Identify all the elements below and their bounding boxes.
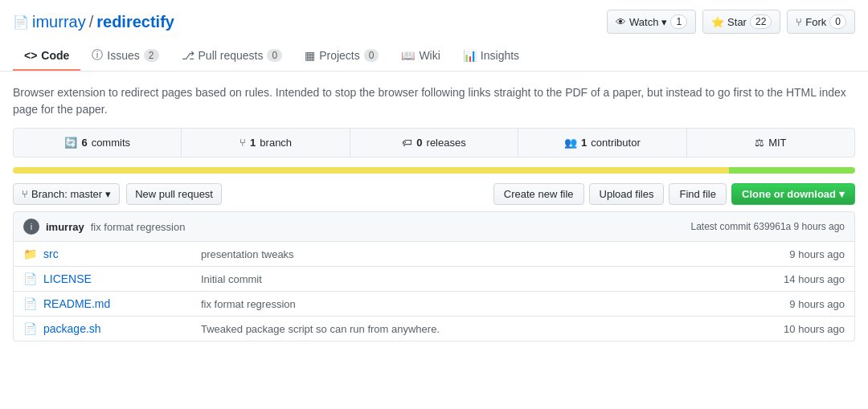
commits-icon: 🔄	[64, 137, 77, 149]
commit-message-link[interactable]: fix format regression	[91, 221, 186, 233]
new-pr-label: New pull request	[135, 188, 213, 200]
tab-insights-label: Insights	[481, 49, 519, 62]
fork-button[interactable]: ⑂ Fork 0	[787, 10, 855, 34]
new-pr-button[interactable]: New pull request	[126, 183, 222, 205]
projects-icon: ▦	[305, 49, 315, 62]
file-list: 📁 src presentation tweaks 9 hours ago 📄 …	[13, 242, 855, 342]
releases-icon: 🏷	[402, 137, 412, 149]
pr-icon: ⎇	[182, 49, 194, 62]
star-label: Star	[727, 16, 747, 28]
find-file-label: Find file	[679, 188, 716, 200]
commit-row-left: i imurray fix format regression	[23, 219, 185, 235]
create-file-label: Create new file	[504, 188, 574, 200]
wiki-icon: 📖	[401, 49, 415, 62]
branch-label: Branch: master	[31, 188, 102, 200]
watch-button[interactable]: 👁 Watch ▾ 1	[607, 10, 696, 34]
repo-title: 📄 imurray / redirectify	[13, 13, 174, 31]
watch-label: Watch	[629, 16, 658, 28]
commits-stat[interactable]: 🔄 6 commits	[14, 129, 182, 157]
commits-label: commits	[92, 137, 130, 149]
repo-owner-link[interactable]: imurray	[32, 13, 86, 31]
repo-name-link[interactable]: redirectify	[96, 13, 174, 31]
table-row: 📄 package.sh Tweaked package script so c…	[14, 317, 854, 341]
file-commit-msg: presentation tweaks	[188, 248, 748, 260]
js-lang-bar	[13, 167, 729, 174]
branches-stat[interactable]: ⑂ 1 branch	[182, 129, 350, 157]
stats-bar: 🔄 6 commits ⑂ 1 branch 🏷 0 releases 👥 1 …	[13, 128, 855, 157]
find-file-button[interactable]: Find file	[669, 183, 727, 205]
file-link[interactable]: LICENSE	[43, 272, 92, 285]
license-stat[interactable]: ⚖ MIT	[687, 129, 854, 157]
commit-time: 9 hours ago	[794, 221, 845, 232]
file-toolbar: ⑂ Branch: master ▾ New pull request Crea…	[13, 183, 855, 205]
tab-wiki[interactable]: 📖 Wiki	[390, 42, 451, 71]
releases-stat[interactable]: 🏷 0 releases	[350, 129, 518, 157]
upload-files-button[interactable]: Upload files	[589, 183, 665, 205]
table-row: 📄 README.md fix format regression 9 hour…	[14, 292, 854, 317]
releases-count: 0	[416, 137, 422, 149]
file-icon: 📄	[23, 322, 37, 335]
issues-icon: ⓘ	[92, 48, 103, 63]
branches-icon: ⑂	[240, 137, 246, 149]
table-row: 📁 src presentation tweaks 9 hours ago	[14, 242, 854, 267]
tab-issues[interactable]: ⓘ Issues 2	[80, 42, 170, 71]
upload-files-label: Upload files	[600, 188, 654, 200]
file-link[interactable]: package.sh	[43, 322, 101, 335]
license-icon: ⚖	[755, 137, 764, 149]
repo-icon: 📄	[13, 14, 29, 30]
projects-badge: 0	[364, 49, 379, 62]
star-count: 22	[750, 14, 772, 29]
releases-label: releases	[427, 137, 466, 149]
fork-label: Fork	[805, 16, 826, 28]
file-toolbar-right: Create new file Upload files Find file C…	[493, 183, 855, 205]
tab-issues-label: Issues	[107, 49, 139, 62]
star-button[interactable]: ⭐ Star 22	[702, 10, 780, 34]
chevron-down-icon-clone: ▾	[839, 188, 845, 200]
tab-pull-requests[interactable]: ⎇ Pull requests 0	[170, 42, 294, 71]
license-label: MIT	[768, 137, 786, 149]
clone-download-button[interactable]: Clone or download ▾	[731, 183, 855, 205]
issues-badge: 2	[144, 49, 159, 62]
pr-badge: 0	[267, 49, 282, 62]
code-icon: <>	[24, 49, 37, 62]
file-time: 14 hours ago	[748, 273, 845, 285]
contributors-stat[interactable]: 👥 1 contributor	[518, 129, 686, 157]
avatar: i	[23, 219, 39, 235]
clone-label: Clone or download	[742, 188, 836, 200]
file-commit-msg: fix format regression	[188, 298, 748, 310]
table-row: 📄 LICENSE Initial commit 14 hours ago	[14, 267, 854, 292]
file-name: README.md	[43, 297, 188, 310]
sh-lang-bar	[729, 167, 855, 174]
file-link[interactable]: README.md	[43, 297, 110, 310]
latest-commit-label: Latest commit	[691, 221, 751, 232]
file-commit-msg: Initial commit	[188, 273, 748, 285]
star-icon: ⭐	[711, 16, 724, 28]
commit-author-link[interactable]: imurray	[46, 221, 84, 233]
branch-selector[interactable]: ⑂ Branch: master ▾	[13, 183, 120, 205]
tab-projects[interactable]: ▦ Projects 0	[293, 42, 390, 71]
file-link[interactable]: src	[43, 247, 59, 260]
file-icon: 📄	[23, 297, 37, 310]
repo-separator: /	[89, 13, 94, 31]
repo-nav: <> Code ⓘ Issues 2 ⎇ Pull requests 0 ▦ P…	[13, 42, 855, 71]
eye-icon: 👁	[616, 16, 626, 28]
contributors-count: 1	[581, 137, 587, 149]
contributors-label: contributor	[591, 137, 640, 149]
repo-actions: 👁 Watch ▾ 1 ⭐ Star 22 ⑂ Fork 0	[607, 10, 855, 34]
file-name: LICENSE	[43, 272, 188, 285]
fork-icon: ⑂	[796, 16, 802, 28]
insights-icon: 📊	[463, 49, 477, 62]
folder-icon: 📁	[23, 247, 37, 260]
tab-insights[interactable]: 📊 Insights	[452, 42, 530, 71]
file-time: 10 hours ago	[748, 323, 845, 335]
tab-code-label: Code	[41, 49, 69, 62]
commit-sha-value: 639961a	[754, 221, 792, 232]
file-commit-msg: Tweaked package script so can run from a…	[188, 323, 748, 335]
create-new-file-button[interactable]: Create new file	[493, 183, 584, 205]
tab-code[interactable]: <> Code	[13, 42, 80, 71]
branch-icon: ⑂	[22, 188, 28, 200]
repo-header: 📄 imurray / redirectify 👁 Watch ▾ 1 ⭐ St…	[0, 0, 868, 342]
dropdown-icon: ▾	[661, 16, 667, 28]
fork-count: 0	[829, 14, 846, 29]
file-toolbar-left: ⑂ Branch: master ▾ New pull request	[13, 183, 222, 205]
